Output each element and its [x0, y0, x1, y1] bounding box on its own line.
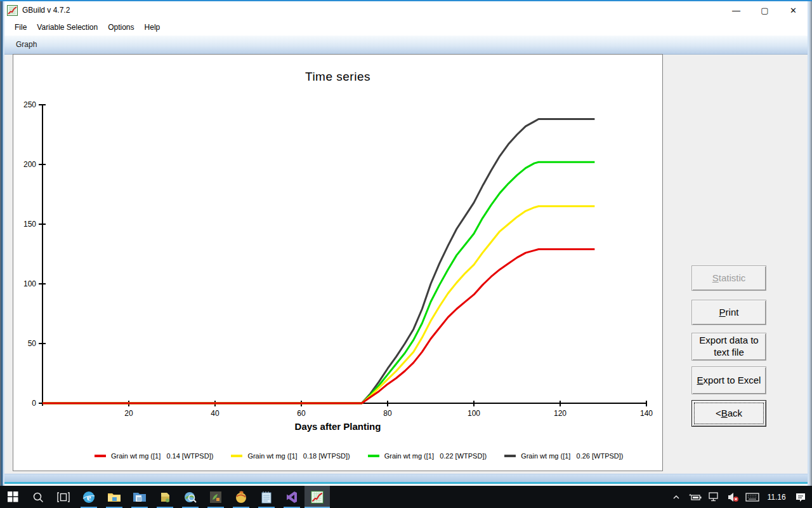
svg-text:250: 250 [23, 100, 36, 109]
svg-text:0: 0 [32, 399, 36, 408]
close-button[interactable]: ✕ [779, 1, 808, 19]
chart-title: Time series [13, 70, 662, 84]
action-center-icon [795, 492, 806, 502]
action-center-button[interactable] [793, 486, 808, 508]
x-axis-label: Days after Planting [13, 421, 662, 432]
menu-bar: File Variable Selection Options Help [4, 19, 808, 36]
window-title: GBuild v 4.7.2 [22, 1, 70, 19]
series-line [43, 206, 594, 403]
legend-label: Grain wt mg ([1] 0.26 [WTPSD]) [521, 452, 623, 460]
svg-text:20: 20 [124, 409, 133, 418]
file-explorer-button[interactable] [102, 486, 127, 508]
maximize-button[interactable]: ▢ [750, 1, 779, 19]
chart-area: 20406080100120140050100150200250 Time se… [13, 54, 663, 471]
back-button[interactable]: < Back [691, 400, 766, 427]
graph-panel-header: Graph [4, 36, 808, 55]
graph-panel-caption: Graph [16, 40, 37, 49]
legend-label: Grain wt mg ([1] 0.22 [WTPSD]) [384, 452, 487, 460]
notepad-icon [261, 491, 272, 504]
svg-text:60: 60 [297, 409, 306, 418]
task-view-icon [57, 492, 70, 502]
graph-panel-footer-accent [4, 482, 808, 484]
window-right-border [808, 1, 812, 486]
database-app-button[interactable] [152, 486, 178, 508]
statistic-button[interactable]: Statistic [691, 265, 766, 291]
legend-entry: Grain wt mg ([1] 0.22 [WTPSD]) [368, 452, 487, 460]
print-button[interactable]: Print [691, 300, 766, 325]
search-button[interactable] [25, 486, 51, 508]
menu-help[interactable]: Help [140, 19, 166, 36]
field-app-icon [209, 491, 222, 504]
series-line [43, 162, 594, 403]
chevron-up-icon [672, 493, 681, 502]
svg-text:40: 40 [211, 409, 219, 418]
chart-legend: Grain wt mg ([1] 0.14 [WTPSD])Grain wt m… [95, 452, 624, 460]
battery-icon [688, 493, 702, 502]
task-view-button[interactable] [51, 486, 76, 508]
menu-options[interactable]: Options [103, 19, 139, 36]
app-window: GBuild v 4.7.2 — ▢ ✕ File Variable Selec… [0, 0, 812, 486]
svg-text:100: 100 [23, 279, 36, 288]
search-icon [32, 491, 44, 503]
tray-chevron-up-button[interactable] [669, 486, 684, 508]
svg-text:50: 50 [28, 339, 37, 348]
graph-panel-footer [4, 474, 808, 484]
export-excel-button[interactable]: Export to Excel [691, 366, 766, 394]
documents-folder-icon [133, 491, 147, 503]
network-icon [709, 492, 720, 502]
legend-label: Grain wt mg ([1] 0.14 [WTPSD]) [111, 452, 213, 460]
gbuild-icon [311, 491, 324, 504]
app-icon [7, 5, 18, 16]
tray-volume-muted-button[interactable] [726, 486, 741, 508]
taskbar: e [0, 486, 812, 508]
internet-explorer-icon: e [82, 490, 96, 504]
window-left-border [0, 1, 4, 486]
map-viewer-button[interactable] [178, 486, 203, 508]
legend-entry: Grain wt mg ([1] 0.14 [WTPSD]) [95, 452, 213, 460]
tray-battery-button[interactable] [688, 486, 703, 508]
time-series-plot: 20406080100120140050100150200250 [13, 55, 662, 471]
menu-variable-selection[interactable]: Variable Selection [32, 19, 103, 36]
series-line [43, 249, 594, 403]
visual-studio-button[interactable] [279, 486, 304, 508]
tray-network-button[interactable] [707, 486, 722, 508]
svg-text:80: 80 [383, 409, 392, 418]
clock[interactable]: 11.16 [764, 493, 789, 502]
globe-app-icon [234, 490, 248, 504]
system-tray: 11.16 [669, 486, 812, 508]
svg-text:150: 150 [23, 220, 36, 229]
gbuild-taskbar-button[interactable] [304, 486, 330, 508]
internet-explorer-button[interactable]: e [76, 486, 102, 508]
windows-logo-icon [8, 491, 18, 502]
legend-swatch [95, 455, 106, 457]
tray-keyboard-button[interactable] [745, 486, 760, 508]
visual-studio-icon [285, 491, 298, 504]
svg-text:100: 100 [468, 409, 480, 418]
svg-text:200: 200 [23, 160, 36, 169]
minimize-button[interactable]: — [722, 1, 750, 19]
database-app-icon [159, 491, 171, 504]
svg-text:e: e [87, 492, 91, 502]
keyboard-icon [745, 493, 759, 502]
legend-entry: Grain wt mg ([1] 0.26 [WTPSD]) [504, 452, 623, 460]
file-explorer-icon [107, 491, 121, 503]
legend-entry: Grain wt mg ([1] 0.18 [WTPSD]) [231, 452, 350, 460]
export-text-file-button[interactable]: Export data to text file [691, 333, 766, 361]
field-app-button[interactable] [203, 486, 228, 508]
legend-swatch [368, 455, 379, 457]
graph-panel: Graph 20406080100120140050100150200250 T… [4, 36, 808, 484]
legend-swatch [231, 455, 242, 457]
svg-text:120: 120 [554, 409, 566, 418]
map-viewer-icon [183, 491, 197, 504]
menu-file[interactable]: File [10, 19, 32, 36]
legend-label: Grain wt mg ([1] 0.18 [WTPSD]) [247, 452, 350, 460]
legend-swatch [504, 455, 516, 457]
volume-muted-icon [728, 492, 739, 502]
globe-app-button[interactable] [228, 486, 254, 508]
notepad-button[interactable] [254, 486, 279, 508]
title-bar[interactable]: GBuild v 4.7.2 — ▢ ✕ [4, 1, 808, 19]
svg-text:140: 140 [640, 409, 653, 418]
start-button[interactable] [0, 486, 25, 508]
documents-folder-button[interactable] [127, 486, 152, 508]
